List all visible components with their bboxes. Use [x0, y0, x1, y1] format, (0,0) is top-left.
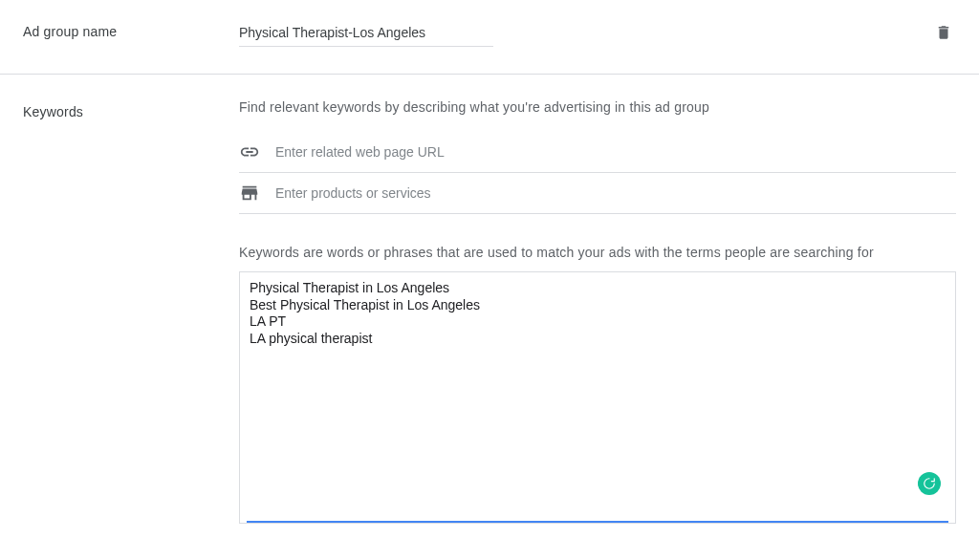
delete-ad-group-button[interactable]	[931, 19, 956, 49]
trash-icon	[935, 23, 952, 42]
grammarly-badge[interactable]	[918, 472, 941, 495]
keywords-description: Keywords are words or phrases that are u…	[239, 245, 956, 260]
keywords-section: Keywords Find relevant keywords by descr…	[0, 75, 979, 547]
textarea-focus-underline	[247, 521, 948, 523]
keywords-label: Keywords	[23, 104, 83, 119]
products-input[interactable]	[275, 185, 956, 201]
store-icon	[239, 183, 260, 204]
ad-group-name-section: Ad group name	[0, 0, 979, 75]
find-keywords-helper: Find relevant keywords by describing wha…	[239, 99, 956, 115]
content-column	[239, 19, 956, 47]
keywords-textarea-wrap	[239, 271, 956, 528]
url-input-row	[239, 132, 956, 173]
keywords-textarea[interactable]	[239, 271, 956, 524]
label-column: Ad group name	[23, 19, 239, 47]
label-column: Keywords	[23, 99, 239, 528]
products-input-row	[239, 173, 956, 214]
url-input[interactable]	[275, 144, 956, 160]
ad-group-name-input[interactable]	[239, 19, 493, 47]
link-icon	[239, 141, 260, 162]
grammarly-icon	[923, 477, 936, 490]
ad-group-name-label: Ad group name	[23, 24, 117, 39]
content-column: Find relevant keywords by describing wha…	[239, 99, 956, 528]
